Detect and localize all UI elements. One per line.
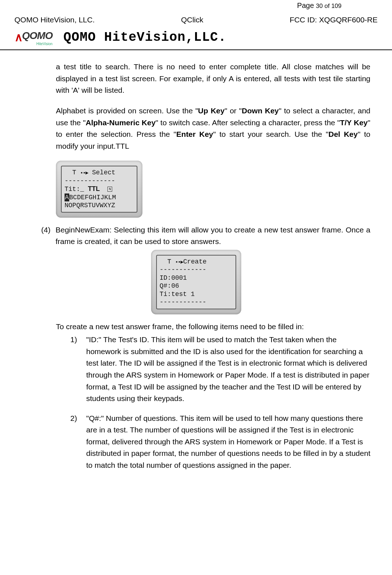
logo-chevron-icon: ∧ <box>14 29 21 47</box>
paragraph-key-instructions: Alphabet is provided on screen. Use the … <box>56 105 370 152</box>
item-4-text: BeginNewExam: Selecting this item will a… <box>56 224 370 248</box>
screen-ti-line: Ti:test 1 <box>160 290 233 299</box>
arrow-icon: ▪▪▶ <box>175 259 183 265</box>
enter-key-label: Enter Key <box>176 130 213 138</box>
header-left: QOMO HiteVision, LLC. <box>14 14 95 26</box>
text: " to switch case. After selecting a char… <box>155 118 340 127</box>
header-center: QClick <box>181 14 203 26</box>
tit-label: Tit:_ <box>65 186 88 193</box>
logo-bar: ∧ QOMO HiteVision QOMO HiteVision,LLC. <box>0 26 392 51</box>
alpha-numeric-key-label: Alpha-Numeric Key <box>85 118 155 127</box>
down-key-label: Down Key <box>242 106 279 115</box>
text: BCDEFGHIJKLM <box>69 194 116 201</box>
arrow-icon: ▪▪▶ <box>80 170 88 176</box>
up-key-label: Up Key <box>198 106 225 115</box>
text: " or " <box>225 106 242 115</box>
screen-divider: ------------ <box>160 298 233 306</box>
sub-item-2-number: 2) <box>70 413 86 471</box>
del-key-label: Del Key <box>329 130 358 138</box>
item-4-number: (4) <box>40 224 56 248</box>
text: T <box>167 258 175 265</box>
page-number: Page 30 of 109 <box>0 0 392 11</box>
content: a test title to search. There is no need… <box>0 50 392 490</box>
device-select-screen: T ▪▪▶ Select ------------- Tit:_ TTL N A… <box>56 161 142 218</box>
text: Alphabet is provided on screen. Use the … <box>56 106 198 115</box>
page-total: 109 <box>331 3 342 9</box>
screen-line-1: T ▪▪▶Create <box>160 258 233 266</box>
logo-text: QOMO <box>22 30 53 41</box>
sub-item-1-text: "ID:" The Test's ID. This item will be u… <box>86 334 370 404</box>
sub-list: 1) "ID:" The Test's ID. This item will b… <box>70 334 370 471</box>
screen-alpha-1: ABCDEFGHIJKLM <box>65 193 134 202</box>
selected-char: A <box>65 193 69 202</box>
sub-item-2-text: "Q#:" Number of questions. This item wil… <box>86 413 370 471</box>
text: " to start your search. Use the " <box>213 130 329 138</box>
item-4-row: (4) BeginNewExam: Selecting this item wi… <box>40 224 370 248</box>
logo: ∧ QOMO HiteVision <box>14 28 53 47</box>
screen-alpha-2: NOPQRSTUVWXYZ <box>65 201 134 210</box>
sub-item-1-number: 1) <box>70 334 86 404</box>
sub-item-1: 1) "ID:" The Test's ID. This item will b… <box>70 334 370 404</box>
paragraph-create-intro: To create a new test answer frame, the f… <box>56 321 370 333</box>
screen-tit-line: Tit:_ TTL N <box>65 185 134 193</box>
device-create-screen: T ▪▪▶Create ------------ ID:0001 Q#:06 T… <box>151 250 241 314</box>
brand-title: QOMO HiteVision,LLC. <box>63 27 226 48</box>
sub-item-2: 2) "Q#:" Number of questions. This item … <box>70 413 370 471</box>
ty-key-label: T/Y Key <box>340 118 368 127</box>
screen-divider: ------------ <box>160 266 233 274</box>
n-badge-icon: N <box>107 187 112 192</box>
screen-line-1: T ▪▪▶ Select <box>65 169 134 177</box>
screen-divider: ------------- <box>65 177 134 185</box>
page-label: Page <box>297 1 316 9</box>
page-of: of <box>323 3 331 9</box>
header-row: QOMO HiteVision, LLC. QClick FCC ID: XQG… <box>0 11 392 26</box>
text: Create <box>183 258 207 265</box>
ttl-overlay: TTL <box>88 185 100 192</box>
logo-subtext: HiteVision <box>22 41 53 47</box>
text: Select <box>88 169 115 176</box>
paragraph-search-intro: a test title to search. There is no need… <box>56 61 370 96</box>
screen-id-line: ID:0001 <box>160 274 233 282</box>
header-fcc: FCC ID: XQGQRF600-RE <box>290 14 378 26</box>
screen-q-line: Q#:06 <box>160 282 233 290</box>
page-current: 30 <box>316 3 323 9</box>
text: T <box>72 169 80 176</box>
